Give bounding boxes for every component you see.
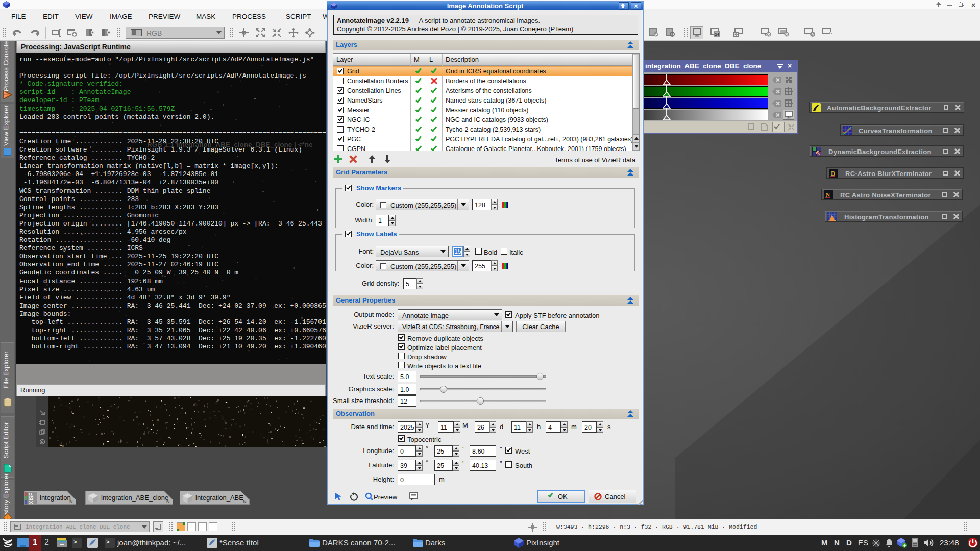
svg-text:24: 24	[715, 32, 719, 37]
svg-text:B: B	[831, 170, 835, 177]
svg-text:N: N	[826, 191, 830, 198]
svg-text:XISF: XISF	[29, 493, 34, 504]
